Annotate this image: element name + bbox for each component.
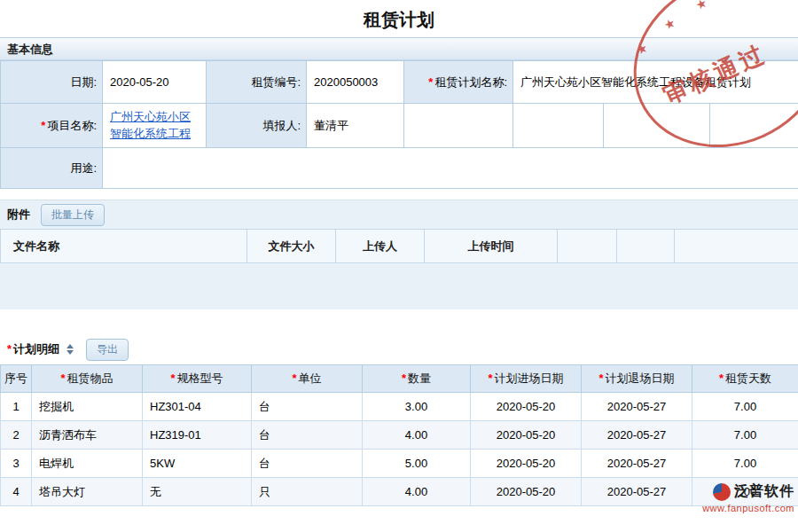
cell-exit-date: 2020-05-27 [582,393,692,421]
required-marker: * [428,75,433,89]
date-value: 2020-05-20 [103,61,207,104]
cell-seq: 4 [1,478,32,506]
cell-model: HZ319-01 [143,421,252,450]
required-marker: * [7,342,12,356]
cell-seq: 2 [1,421,32,450]
basic-info-header: 基本信息 [0,37,798,60]
empty-cell [710,104,798,148]
plan-name-label: *租赁计划名称: [404,61,513,104]
attachments-header: 附件 [7,207,30,223]
watermark-brand: 泛普软件 [734,482,794,501]
details-header-row: 序号 *租赁物品 *规格型号 *单位 *数量 *计划进场日期 *计划退场日期 *… [1,365,798,393]
cell-rental-days: 7.00 [692,421,798,450]
col-rental-days-text: 租赁天数 [725,372,771,385]
col-model-text: 规格型号 [177,372,223,385]
cell-entry-date: 2020-05-20 [471,450,582,478]
attach-col-filesize: 文件大小 [247,230,336,263]
col-entry-date-text: 计划进场日期 [495,372,564,385]
cell-entry-date: 2020-05-20 [471,421,582,450]
cell-exit-date: 2020-05-27 [582,450,692,478]
rental-no-label: 租赁编号: [207,61,307,104]
cell-model: 无 [143,478,252,506]
col-quantity-text: 数量 [408,372,431,385]
page: ★ ★ ★ ★ ★ 审核通过 租赁计划 基本信息 日期: 2020-05-20 … [0,0,798,532]
plan-name-value: 广州天心苑小区智能化系统工程设备租赁计划 [513,61,798,104]
required-marker: * [488,372,492,385]
sort-icon[interactable] [66,344,74,355]
attachments-section: 附件 批量上传 文件名称 文件大小 上传人 上传时间 [0,200,798,309]
date-label: 日期: [1,61,103,104]
cell-model: HZ301-04 [143,393,252,421]
col-seq: 序号 [1,365,32,393]
reporter-label: 填报人: [207,104,307,148]
table-row: 2 沥青洒布车 HZ319-01 台 4.00 2020-05-20 2020-… [1,421,798,450]
attach-col-uploader: 上传人 [336,230,425,263]
project-label-text: 项目名称: [47,119,97,132]
cell-quantity: 4.00 [363,421,471,450]
batch-upload-button[interactable]: 批量上传 [41,204,105,226]
cell-item: 塔吊大灯 [32,478,143,506]
details-header-text: 计划明细 [13,342,59,356]
required-marker: * [402,372,406,385]
table-row: 4 塔吊大灯 无 只 4.00 2020-05-20 2020-05-27 7.… [1,478,798,506]
col-rental-days: *租赁天数 [692,365,798,393]
required-marker: * [292,372,296,385]
purpose-value [103,148,798,189]
attach-col-empty [558,230,617,263]
cell-rental-days: 7.00 [692,393,798,421]
col-quantity: *数量 [363,365,471,393]
cell-rental-days: 7.00 [692,450,798,478]
basic-info-form: 日期: 2020-05-20 租赁编号: 2020050003 *租赁计划名称:… [0,60,798,189]
required-marker: * [170,372,175,385]
cell-seq: 3 [1,450,32,478]
empty-cell [604,104,710,148]
details-toolbar: *计划明细 导出 [0,334,798,364]
table-row: 1 挖掘机 HZ301-04 台 3.00 2020-05-20 2020-05… [1,393,798,421]
attach-col-uploadtime: 上传时间 [425,230,558,263]
cell-unit: 台 [252,393,363,421]
attach-col-empty [617,230,675,263]
plan-name-label-text: 租赁计划名称: [434,75,507,89]
table-row: 3 电焊机 5KW 台 5.00 2020-05-20 2020-05-27 7… [1,450,798,478]
col-item-text: 租赁物品 [67,372,113,385]
cell-entry-date: 2020-05-20 [471,478,582,506]
project-label: *项目名称: [1,104,103,148]
attachments-empty-area [0,263,798,309]
project-link[interactable]: 广州天心苑小区智能化系统工程 [110,110,191,140]
col-entry-date: *计划进场日期 [471,365,582,393]
fanpu-logo-icon [713,483,731,501]
cell-quantity: 4.00 [363,478,471,506]
empty-cell [404,104,513,148]
export-button[interactable]: 导出 [86,339,129,361]
details-header: *计划明细 [7,341,59,357]
vendor-watermark: 泛普软件 www.fanpusoft.com [702,482,794,513]
col-unit: *单位 [252,365,363,393]
col-item: *租赁物品 [32,365,143,393]
page-title: 租赁计划 [0,0,798,37]
cell-unit: 台 [252,450,363,478]
col-unit-text: 单位 [299,372,322,385]
required-marker: * [598,372,603,385]
details-table: 序号 *租赁物品 *规格型号 *单位 *数量 *计划进场日期 *计划退场日期 *… [0,364,798,506]
cell-quantity: 3.00 [363,393,471,421]
watermark-url: www.fanpusoft.com [702,503,794,513]
rental-no-value: 2020050003 [307,61,404,104]
cell-item: 电焊机 [32,450,143,478]
cell-model: 5KW [143,450,252,478]
purpose-label: 用途: [1,148,103,189]
cell-quantity: 5.00 [363,450,471,478]
cell-item: 挖掘机 [32,393,143,421]
cell-entry-date: 2020-05-20 [471,393,582,421]
cell-item: 沥青洒布车 [32,421,143,450]
empty-cell [513,104,604,148]
reporter-value: 董清平 [307,104,404,148]
cell-seq: 1 [1,393,32,421]
required-marker: * [719,372,724,385]
col-exit-date: *计划退场日期 [582,365,692,393]
col-exit-date-text: 计划退场日期 [606,372,675,385]
cell-unit: 只 [252,478,363,506]
cell-unit: 台 [252,421,363,450]
required-marker: * [60,372,65,385]
required-marker: * [41,119,45,132]
cell-exit-date: 2020-05-27 [582,478,692,506]
